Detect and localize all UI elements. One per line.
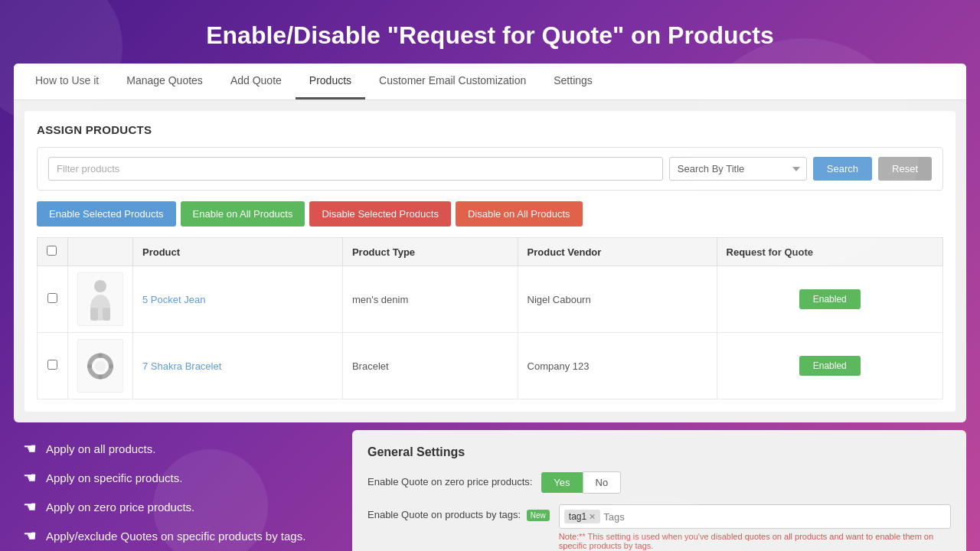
svg-point-5 [95, 360, 106, 371]
zero-price-value: YesNo [541, 471, 951, 494]
settings-title: General Settings [368, 445, 951, 459]
product-image [77, 272, 123, 326]
new-badge: New [527, 510, 550, 521]
feature-item: ☚ Apply on zero price products. [23, 497, 329, 516]
product-image-cell [68, 266, 133, 333]
row-checkbox-cell [38, 333, 68, 399]
feature-text: Apply on zero price products. [46, 500, 194, 514]
row-checkbox-cell [38, 266, 68, 333]
table-row: 5 Pocket Jean men's denim Nigel Cabourn … [38, 266, 943, 333]
product-image-cell [68, 333, 133, 399]
tag-remove[interactable]: ✕ [589, 512, 596, 522]
th-product: Product [133, 238, 343, 266]
tab-how-to-use[interactable]: How to Use it [21, 64, 113, 99]
feature-item: ☚ Apply on specific products. [23, 468, 329, 487]
reset-button[interactable]: Reset [878, 157, 932, 181]
search-button[interactable]: Search [813, 157, 872, 181]
product-img-svg [85, 345, 116, 387]
feature-item: ☚ Apply/exclude Quotes on specific produ… [23, 527, 329, 545]
product-link[interactable]: 5 Pocket Jean [142, 294, 205, 305]
feature-item: ☚ Apply on all products. [23, 439, 329, 458]
tab-settings[interactable]: Settings [540, 64, 606, 99]
search-select[interactable]: Search By Title Search By Vendor Search … [669, 157, 807, 181]
th-product-type: Product Type [342, 238, 518, 266]
product-vendor-cell: Nigel Cabourn [518, 266, 717, 333]
row-checkbox[interactable] [47, 293, 57, 303]
settings-panel: General Settings Enable Quote on zero pr… [352, 430, 966, 551]
section-title: ASSIGN PRODUCTS [37, 123, 943, 136]
enable-all-button[interactable]: Enable on All Products [181, 201, 305, 227]
product-name-cell: 5 Pocket Jean [133, 266, 343, 333]
content-area: ASSIGN PRODUCTS Search By Title Search B… [24, 111, 956, 412]
tab-bar: How to Use it Manage Quotes Add Quote Pr… [14, 64, 966, 100]
bottom-section: ☚ Apply on all products. ☚ Apply on spec… [0, 422, 980, 551]
svg-point-6 [98, 353, 103, 357]
products-table: Product Product Type Product Vendor Requ… [37, 237, 943, 399]
svg-rect-3 [103, 308, 110, 321]
product-type-cell: men's denim [342, 266, 518, 333]
arrow-icon: ☚ [23, 468, 37, 487]
th-image [68, 238, 133, 266]
enable-tags-row: Enable Quote on products by tags: New ta… [368, 504, 951, 550]
tab-products[interactable]: Products [296, 64, 365, 99]
yes-button[interactable]: Yes [541, 472, 582, 493]
tab-customer-email[interactable]: Customer Email Customization [365, 64, 540, 99]
search-bar: Search By Title Search By Vendor Search … [37, 147, 943, 191]
svg-point-8 [87, 364, 92, 368]
row-checkbox[interactable] [47, 360, 57, 370]
feature-text: Apply on all products. [46, 442, 155, 455]
tag-item: tag1 ✕ [564, 510, 600, 523]
th-product-vendor: Product Vendor [518, 238, 717, 266]
arrow-icon: ☚ [23, 497, 37, 516]
tag-text-input[interactable] [603, 511, 946, 523]
action-buttons: Enable Selected Products Enable on All P… [37, 201, 943, 227]
rfq-status-cell: Enabled [717, 266, 942, 333]
product-type-cell: Bracelet [342, 333, 518, 399]
tab-add-quote[interactable]: Add Quote [217, 64, 296, 99]
enable-tags-label: Enable Quote on products by tags: New [368, 504, 550, 520]
feature-text: Apply on specific products. [46, 471, 182, 484]
enable-tags-note: Note:** This setting is used when you've… [559, 532, 951, 550]
product-img-svg [85, 279, 116, 321]
product-image [77, 339, 123, 393]
arrow-icon: ☚ [23, 439, 37, 458]
disable-selected-button[interactable]: Disable Selected Products [309, 201, 450, 227]
no-button[interactable]: No [583, 471, 622, 494]
arrow-icon: ☚ [23, 527, 37, 545]
rfq-status-badge[interactable]: Enabled [799, 356, 861, 376]
zero-price-row: Enable Quote on zero price products: Yes… [368, 471, 951, 494]
product-link[interactable]: 7 Shakra Bracelet [142, 360, 221, 372]
product-name-cell: 7 Shakra Bracelet [133, 333, 343, 399]
main-card: How to Use it Manage Quotes Add Quote Pr… [14, 64, 966, 422]
tab-manage-quotes[interactable]: Manage Quotes [113, 64, 217, 99]
features-list: ☚ Apply on all products. ☚ Apply on spec… [0, 422, 352, 551]
product-vendor-cell: Company 123 [518, 333, 717, 399]
svg-point-9 [109, 364, 113, 368]
table-row: 7 Shakra Bracelet Bracelet Company 123 E… [38, 333, 943, 399]
enable-tags-value: tag1 ✕ Note:** This setting is used when… [559, 504, 951, 550]
enable-selected-button[interactable]: Enable Selected Products [37, 201, 176, 227]
svg-point-7 [98, 374, 103, 379]
filter-input[interactable] [48, 157, 663, 181]
th-rfq: Request for Quote [717, 238, 942, 266]
page-title: Enable/Disable "Request for Quote" on Pr… [0, 0, 980, 64]
disable-all-button[interactable]: Disable on All Products [456, 201, 583, 227]
feature-text: Apply/exclude Quotes on specific product… [46, 530, 305, 543]
select-all-checkbox[interactable] [47, 246, 57, 256]
zero-price-label: Enable Quote on zero price products: [368, 471, 532, 487]
svg-point-0 [94, 280, 106, 292]
tag-label: tag1 [569, 511, 586, 522]
rfq-status-badge[interactable]: Enabled [799, 289, 861, 309]
enable-tags-input[interactable]: tag1 ✕ [559, 504, 951, 529]
rfq-status-cell: Enabled [717, 333, 942, 399]
svg-rect-2 [90, 308, 98, 321]
th-checkbox [38, 238, 68, 266]
